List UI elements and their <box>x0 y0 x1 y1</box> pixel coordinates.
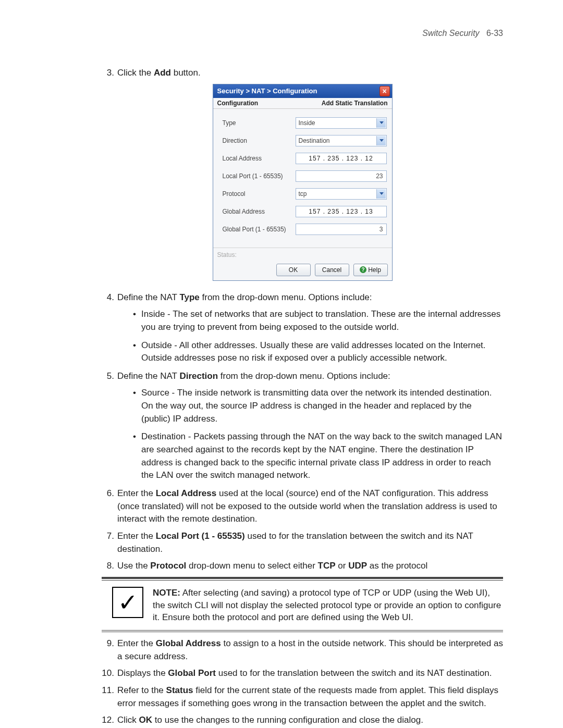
step-number: 3. <box>102 67 117 80</box>
step-number: 6. <box>102 487 117 526</box>
help-icon: ? <box>360 266 366 273</box>
step-text: Displays the Global Port used to for the… <box>117 667 503 680</box>
local-port-input[interactable]: 23 <box>296 170 387 182</box>
step-11: 11. Refer to the Status field for the cu… <box>102 684 503 710</box>
close-button[interactable]: × <box>380 86 390 96</box>
step-number: 11. <box>102 684 117 710</box>
note-icon-box: ✓ <box>112 587 143 618</box>
type-label: Type <box>223 119 296 127</box>
nat-add-dialog: Security > NAT > Configuration × Configu… <box>213 84 393 281</box>
step-5: 5. Define the NAT Direction from the dro… <box>102 370 503 383</box>
dialog-title-text: Security > NAT > Configuration <box>217 87 317 95</box>
local-port-label: Local Port (1 - 65535) <box>223 172 296 180</box>
step-number: 5. <box>102 370 117 383</box>
step-text: Define the NAT Type from the drop-down m… <box>117 291 503 304</box>
step-text: Click OK to use the changes to the runni… <box>117 714 503 727</box>
direction-label: Direction <box>223 137 296 144</box>
local-address-label: Local Address <box>223 155 296 162</box>
step-number: 4. <box>102 291 117 304</box>
step-6: 6. Enter the Local Address used at the l… <box>102 487 503 526</box>
divider <box>102 630 503 631</box>
step-number: 7. <box>102 530 117 556</box>
step-number: 12. <box>102 714 117 727</box>
step-7: 7. Enter the Local Port (1 - 65535) used… <box>102 530 503 556</box>
dialog-titlebar[interactable]: Security > NAT > Configuration × <box>213 84 392 98</box>
chevron-down-icon <box>380 139 384 142</box>
header-page-number: 6-33 <box>486 29 503 38</box>
step-number: 9. <box>102 637 117 663</box>
step-text: Enter the Local Port (1 - 65535) used to… <box>117 530 503 556</box>
divider <box>102 632 503 632</box>
step-text: Click the Add button. <box>117 67 503 80</box>
step-text: Use the Protocol drop-down menu to selec… <box>117 560 503 573</box>
step-12: 12. Click OK to use the changes to the r… <box>102 714 503 727</box>
bullet-icon: • <box>133 387 141 425</box>
step-number: 10. <box>102 667 117 680</box>
note-text: NOTE: After selecting (and saving) a pro… <box>153 587 503 624</box>
step-9: 9. Enter the Global Address to assign to… <box>102 637 503 663</box>
step-10: 10. Displays the Global Port used to for… <box>102 667 503 680</box>
global-port-input[interactable]: 3 <box>296 224 387 235</box>
header-section: Switch Security <box>422 29 479 38</box>
dialog-subheader: Configuration Add Static Translation <box>213 98 392 109</box>
list-item: • Outside - All other addresses. Usually… <box>133 339 503 365</box>
step-text: Refer to the Status field for the curren… <box>117 684 503 710</box>
step-text: Define the NAT Direction from the drop-d… <box>117 370 503 383</box>
type-select[interactable]: Inside <box>296 117 387 129</box>
page-header: Switch Security 6-33 <box>102 29 503 38</box>
divider <box>102 580 503 581</box>
global-address-label: Global Address <box>223 208 296 215</box>
step-4: 4. Define the NAT Type from the drop-dow… <box>102 291 503 304</box>
bullet-icon: • <box>133 430 141 482</box>
bullet-icon: • <box>133 308 141 334</box>
ok-button[interactable]: OK <box>276 264 311 276</box>
dialog-sub-right: Add Static Translation <box>322 100 388 107</box>
global-address-input[interactable]: 157 . 235 . 123 . 13 <box>296 206 387 217</box>
cancel-button[interactable]: Cancel <box>315 264 349 276</box>
step-number: 8. <box>102 560 117 573</box>
bullet-icon: • <box>133 339 141 365</box>
dialog-sub-left: Configuration <box>217 100 259 107</box>
protocol-select[interactable]: tcp <box>296 188 387 200</box>
help-button[interactable]: ? Help <box>353 264 388 276</box>
list-item: • Inside - The set of networks that are … <box>133 308 503 334</box>
step-8: 8. Use the Protocol drop-down menu to se… <box>102 560 503 573</box>
step-3: 3. Click the Add button. <box>102 67 503 80</box>
protocol-label: Protocol <box>223 190 296 198</box>
check-icon: ✓ <box>118 590 138 614</box>
list-item: • Destination - Packets passing through … <box>133 430 503 482</box>
dialog-status: Status: <box>213 248 392 261</box>
chevron-down-icon <box>380 192 384 195</box>
local-address-input[interactable]: 157 . 235 . 123 . 12 <box>296 153 387 164</box>
step-text: Enter the Global Address to assign to a … <box>117 637 503 663</box>
direction-select[interactable]: Destination <box>296 135 387 146</box>
chevron-down-icon <box>380 121 384 124</box>
list-item: • Source - The inside network is transmi… <box>133 387 503 425</box>
divider <box>102 577 503 579</box>
step-text: Enter the Local Address used at the loca… <box>117 487 503 526</box>
note-callout: ✓ NOTE: After selecting (and saving) a p… <box>102 585 503 626</box>
close-icon: × <box>382 88 386 95</box>
global-port-label: Global Port (1 - 65535) <box>223 226 296 233</box>
